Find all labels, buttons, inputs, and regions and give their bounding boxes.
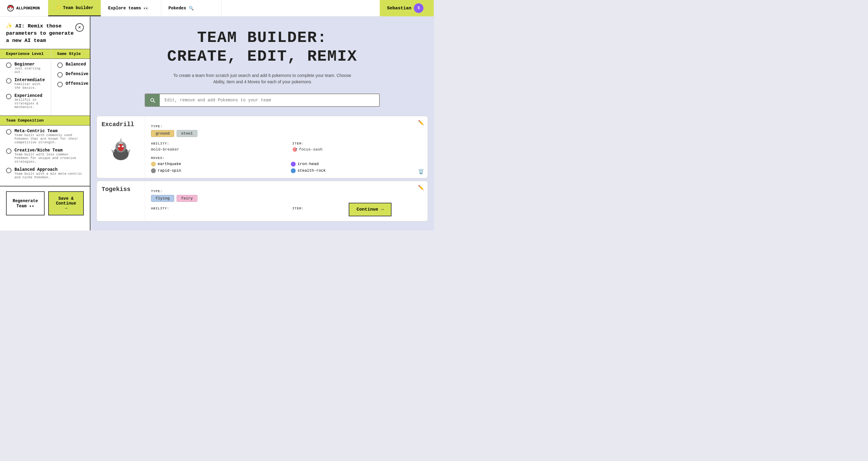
- beginner-desc: Just starting out.: [14, 67, 45, 74]
- intermediate-desc: Familiar with the basics.: [14, 82, 45, 90]
- close-button[interactable]: ×: [75, 23, 84, 32]
- pokeball-icon: [7, 5, 14, 11]
- togekiss-ability-block: ABILITY:: [151, 207, 280, 212]
- intermediate-label: Intermediate: [14, 78, 45, 82]
- excadrill-card: Excadrill: [96, 116, 428, 178]
- hero-section: TEAM BUILDER: CREATE, EDIT, REMIX To cre…: [90, 17, 434, 116]
- nav-user[interactable]: Sebastian S: [380, 0, 434, 16]
- radio-creative-niche[interactable]: Creative/Niche Team Team built with less…: [6, 148, 84, 164]
- avatar: S: [414, 3, 424, 13]
- search-icon: [150, 97, 156, 103]
- search-button[interactable]: [145, 94, 160, 106]
- excadrill-ability-value: mold-breaker: [151, 147, 280, 152]
- move-dot-ironhead: [291, 162, 296, 167]
- svg-marker-5: [119, 138, 123, 144]
- excadrill-edit-button[interactable]: ✏️: [418, 120, 424, 125]
- search-bar: [145, 93, 380, 107]
- team-composition-group: Meta-Centric Team Team built with common…: [0, 125, 90, 186]
- team-builder-label: Team builder: [63, 5, 93, 10]
- defensive-label: Defensive: [66, 71, 89, 76]
- creative-niche-label: Creative/Niche Team: [14, 148, 84, 153]
- excadrill-ability-item: ABILITY: mold-breaker ITEM: 🎯 focus-sash: [151, 142, 422, 152]
- hero-title-line2: CREATE, EDIT, REMIX: [108, 47, 416, 66]
- type-flying-badge: flying: [151, 195, 174, 202]
- hero-subtitle: To create a team from scratch just searc…: [172, 73, 352, 85]
- continue-button[interactable]: Continue →: [349, 203, 392, 216]
- radio-intermediate[interactable]: Intermediate Familiar with the basics.: [6, 78, 45, 90]
- right-panel: TEAM BUILDER: CREATE, EDIT, REMIX To cre…: [90, 17, 434, 231]
- move-stealthrock: stealth-rock: [291, 168, 422, 173]
- move-dot-earthquake: [151, 162, 156, 167]
- meta-centric-label: Meta-Centric Team: [14, 128, 84, 133]
- experience-section-header: Experience Level: [0, 49, 51, 59]
- move-ironhead: iron-head: [291, 162, 422, 167]
- excadrill-types: ground steel: [151, 130, 422, 137]
- game-style-section-header: Game Style: [51, 49, 90, 59]
- togekiss-image-col: Togekiss: [97, 181, 145, 221]
- experience-radio-group: Beginner Just starting out. Intermediate…: [0, 59, 51, 116]
- item-icon: 🎯: [292, 147, 297, 152]
- type-steel-badge: steel: [177, 130, 197, 137]
- save-continue-button[interactable]: Save & Continue →: [48, 191, 84, 215]
- panel-header-text: ✨ AI: Remix those parameters to generate…: [6, 23, 75, 44]
- move-earthquake: earthquake: [151, 162, 282, 167]
- svg-point-7: [122, 145, 124, 147]
- togekiss-edit-button[interactable]: ✏️: [418, 185, 424, 191]
- pokemon-name-togekiss: Togekiss: [101, 186, 130, 193]
- experienced-desc: Skillful in strategies & mechanics.: [14, 98, 45, 109]
- radio-balanced-approach[interactable]: Balanced Approach Team built with a mix …: [6, 167, 84, 179]
- team-composition-header: Team Composition: [0, 116, 90, 125]
- togekiss-card: Togekiss TYPE: flying fairy ABILITY: ITE…: [96, 181, 428, 222]
- radio-offensive[interactable]: Offensive: [57, 81, 89, 87]
- beginner-label: Beginner: [14, 62, 45, 67]
- experience-col: Experience Level Beginner Just starting …: [0, 49, 51, 116]
- panel-header: ✨ AI: Remix those parameters to generate…: [0, 17, 90, 49]
- excadrill-ability-label: ABILITY:: [151, 142, 280, 145]
- excadrill-sprite: [106, 135, 136, 165]
- balanced-approach-desc: Team built with a mix meta-centric and n…: [14, 172, 84, 179]
- type-fairy-badge: fairy: [177, 195, 197, 202]
- left-panel: ✨ AI: Remix those parameters to generate…: [0, 17, 90, 231]
- radio-balanced[interactable]: Balanced: [57, 62, 89, 68]
- radio-meta-centric[interactable]: Meta-Centric Team Team built with common…: [6, 128, 84, 144]
- explore-icon: 👀: [144, 6, 149, 11]
- svg-point-2: [118, 144, 124, 151]
- togekiss-types: flying fairy: [151, 195, 422, 202]
- move-earthquake-label: earthquake: [158, 162, 181, 166]
- pokemon-name-excadrill: Excadrill: [101, 121, 134, 128]
- radio-defensive[interactable]: Defensive: [57, 71, 89, 78]
- svg-point-6: [118, 145, 120, 147]
- search-input[interactable]: [160, 95, 379, 106]
- pokemon-section: Excadrill: [90, 116, 434, 231]
- excadrill-type-label: TYPE:: [151, 124, 422, 128]
- move-ironhead-label: iron-head: [298, 162, 318, 166]
- radio-circle-offensive: [57, 82, 63, 87]
- togekiss-ability-label: ABILITY:: [151, 207, 280, 210]
- excadrill-delete-button[interactable]: 🗑️: [418, 169, 424, 174]
- nav-team-builder[interactable]: ✨ Team builder: [48, 0, 101, 16]
- creative-niche-desc: Team built with less common Pokémon for …: [14, 153, 84, 164]
- meta-centric-desc: Team built with commonly used Pokemon th…: [14, 133, 84, 144]
- excadrill-item-value: 🎯 focus-sash: [292, 147, 422, 152]
- nav-explore-teams[interactable]: Explore teams 👀: [101, 0, 161, 16]
- move-dot-rapidspin: [151, 168, 156, 173]
- excadrill-item-name: focus-sash: [299, 147, 322, 152]
- radio-experienced[interactable]: Experienced Skillful in strategies & mec…: [6, 93, 45, 109]
- radio-beginner[interactable]: Beginner Just starting out.: [6, 62, 45, 74]
- experienced-label: Experienced: [14, 93, 45, 98]
- regenerate-button[interactable]: Regenerate Team ✦✦: [6, 191, 44, 215]
- offensive-label: Offensive: [66, 81, 89, 86]
- bottom-buttons: Regenerate Team ✦✦ Save & Continue →: [0, 186, 90, 220]
- game-style-col: Game Style Balanced Defensive Offensive: [51, 49, 90, 116]
- radio-circle-experienced: [6, 94, 11, 99]
- balanced-label: Balanced: [66, 62, 86, 67]
- user-label: Sebastian: [387, 6, 411, 11]
- nav-brand[interactable]: ALLPOKEMON: [0, 0, 48, 16]
- nav-pokedex[interactable]: Pokedex 🔍: [161, 0, 221, 16]
- excadrill-moves: earthquake iron-head rapid-spin ste: [151, 162, 422, 173]
- explore-label: Explore teams: [108, 6, 141, 10]
- radio-circle-meta: [6, 129, 11, 135]
- excadrill-item-label: ITEM:: [292, 142, 422, 145]
- brand-label: ALLPOKEMON: [16, 6, 40, 10]
- move-dot-stealthrock: [291, 168, 296, 173]
